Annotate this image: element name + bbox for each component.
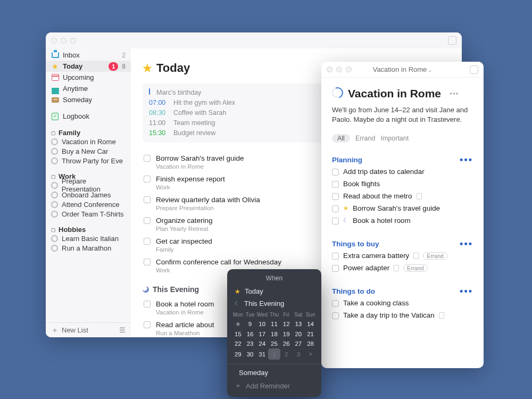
plus-icon: ＋ <box>51 326 59 335</box>
calendar-today-marker[interactable]: ★ <box>232 319 244 329</box>
task-checkbox[interactable] <box>332 218 339 225</box>
calendar-day[interactable]: 16 <box>244 329 256 339</box>
sidebar-project[interactable]: Run a Marathon <box>46 243 131 253</box>
calendar-day[interactable]: 21 <box>304 329 317 339</box>
task-checkbox[interactable] <box>144 196 151 203</box>
calendar-day[interactable]: 10 <box>256 319 268 329</box>
calendar-day[interactable]: 11 <box>268 319 280 329</box>
task-row[interactable]: ★Borrow Sarah's travel guide <box>332 202 473 214</box>
tag-filter-item[interactable]: Errand <box>355 135 376 142</box>
calendar-day[interactable]: 3 <box>293 348 305 360</box>
task-row[interactable]: Power adapterErrand <box>332 262 473 274</box>
tag-filter-item[interactable]: Important <box>380 135 409 142</box>
calendar-day[interactable]: 9 <box>244 319 256 329</box>
sidebar-project[interactable]: Attend Conference <box>46 200 131 209</box>
more-icon[interactable]: ••• <box>460 238 473 250</box>
calendar-day[interactable]: 1 <box>268 348 280 360</box>
task-checkbox[interactable] <box>144 155 151 162</box>
sidebar-item-logbook[interactable]: Logbook <box>46 111 131 122</box>
calendar-day[interactable]: 18 <box>268 329 280 339</box>
task-checkbox[interactable] <box>332 205 339 212</box>
new-list-button[interactable]: New List <box>62 326 88 334</box>
calendar-day[interactable]: 23 <box>244 339 256 348</box>
progress-ring-icon <box>51 245 58 252</box>
sidebar-area-header[interactable]: ▢Hobbies <box>46 224 131 234</box>
project-section-header[interactable]: Things to buy••• <box>332 238 473 250</box>
task-row[interactable]: Add trip dates to calendar <box>332 165 473 178</box>
sidebar-project[interactable]: Buy a New Car <box>46 146 131 156</box>
calendar-day[interactable]: 31 <box>256 348 268 360</box>
more-icon[interactable]: ••• <box>460 286 473 297</box>
task-title: Confirm conference call for Wednesday <box>156 257 281 267</box>
calendar-day[interactable]: 27 <box>293 339 305 348</box>
calendar-day[interactable]: 28 <box>304 339 317 348</box>
tag-filter-all[interactable]: All <box>332 134 350 143</box>
task-row[interactable]: Read about the metro <box>332 190 473 202</box>
task-checkbox[interactable] <box>144 176 151 182</box>
calendar-day[interactable]: 15 <box>232 329 244 339</box>
window-close-button[interactable] <box>51 38 57 44</box>
task-row[interactable]: Book flights <box>332 178 473 190</box>
task-row[interactable]: Extra camera batteryErrand <box>332 250 473 262</box>
task-tag[interactable]: Errand <box>403 264 428 272</box>
calendar-day[interactable]: 19 <box>280 329 293 339</box>
task-tag[interactable]: Errand <box>423 252 447 260</box>
calendar-day[interactable]: 12 <box>280 319 293 329</box>
task-checkbox[interactable] <box>332 312 339 319</box>
sidebar-project[interactable]: Vacation in Rome <box>46 137 131 146</box>
sidebar-item-someday[interactable]: Someday <box>46 94 131 105</box>
tag-filter-row: All Errand Important <box>332 134 473 143</box>
window-fullscreen-button[interactable] <box>448 36 456 45</box>
calendar-day[interactable]: 29 <box>232 348 244 360</box>
task-checkbox[interactable] <box>144 321 151 328</box>
when-option-evening[interactable]: ☾ This Evening <box>227 297 321 310</box>
task-checkbox[interactable] <box>332 300 339 307</box>
calendar-day[interactable]: 13 <box>293 319 305 329</box>
task-checkbox[interactable] <box>332 193 339 200</box>
task-checkbox[interactable] <box>332 169 339 176</box>
task-row[interactable]: Take a day trip to the Vatican <box>332 309 473 321</box>
calendar-day[interactable]: 2 <box>280 348 293 360</box>
calendar-day[interactable]: 20 <box>293 329 305 339</box>
task-row[interactable]: Take a cooking class <box>332 297 473 309</box>
sidebar-project[interactable]: Learn Basic Italian <box>46 234 131 243</box>
task-checkbox[interactable] <box>332 265 339 272</box>
window-minimize-button[interactable] <box>61 38 66 44</box>
more-icon[interactable]: ••• <box>450 89 459 98</box>
window-zoom-button[interactable] <box>70 38 76 44</box>
calendar-day[interactable]: 26 <box>280 339 293 348</box>
calendar-weekday: Sat <box>293 311 305 319</box>
task-checkbox[interactable] <box>144 259 151 265</box>
project-notes[interactable]: We'll go from June 14–22 and visit Jane … <box>332 105 473 124</box>
sidebar-project[interactable]: Order Team T-Shirts <box>46 209 131 219</box>
project-section-header[interactable]: Planning••• <box>332 154 473 165</box>
sidebar-item-anytime[interactable]: Anytime <box>46 83 131 94</box>
sidebar-project[interactable]: Throw Party for Eve <box>46 156 131 165</box>
task-row[interactable]: ☾Book a hotel room <box>332 214 473 227</box>
settings-icon[interactable]: ☰ <box>119 326 126 334</box>
task-checkbox[interactable] <box>144 217 151 224</box>
project-label: Learn Basic Italian <box>62 235 119 243</box>
add-reminder-button[interactable]: ＋ Add Reminder <box>227 379 321 393</box>
project-section-header[interactable]: Things to do••• <box>332 286 473 297</box>
sidebar-area-header[interactable]: ▢Family <box>46 127 131 137</box>
calendar-day[interactable]: 24 <box>256 339 268 348</box>
task-checkbox[interactable] <box>332 253 339 260</box>
calendar-day[interactable]: 30 <box>244 348 256 360</box>
sidebar-item-upcoming[interactable]: Upcoming <box>46 72 131 83</box>
task-checkbox[interactable] <box>332 181 339 188</box>
project-window: Vacation in Rome⌄ Vacation in Rome ••• W… <box>321 62 484 368</box>
calendar-day[interactable]: 14 <box>304 319 317 329</box>
sidebar-item-today[interactable]: ★ Today 1 8 <box>46 61 131 72</box>
task-checkbox[interactable] <box>144 301 151 307</box>
when-option-someday[interactable]: Someday <box>227 367 321 379</box>
calendar-day[interactable]: 17 <box>256 329 268 339</box>
calendar-next-month[interactable]: ＞ <box>304 348 317 360</box>
calendar-day[interactable]: 22 <box>232 339 244 348</box>
more-icon[interactable]: ••• <box>460 154 473 165</box>
calendar-day[interactable]: 25 <box>268 339 280 348</box>
sidebar-item-inbox[interactable]: Inbox 2 <box>46 49 131 61</box>
sidebar-project[interactable]: Prepare Presentation <box>46 180 131 190</box>
when-option-today[interactable]: ★ Today <box>227 285 321 297</box>
task-checkbox[interactable] <box>144 238 151 245</box>
